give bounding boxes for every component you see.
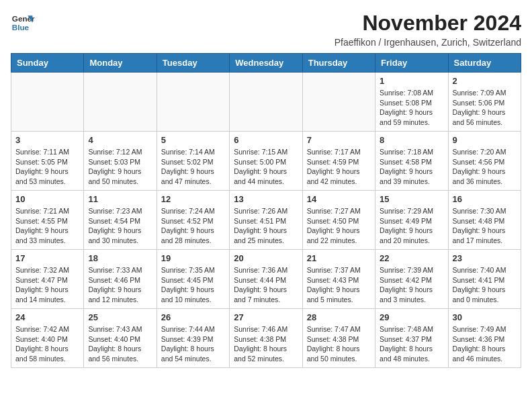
week-row-5: 24Sunrise: 7:42 AMSunset: 4:40 PMDayligh…: [11, 309, 521, 368]
day-info: Sunrise: 7:40 AMSunset: 4:41 PMDaylight:…: [453, 265, 517, 305]
weekday-header-thursday: Thursday: [302, 54, 375, 73]
calendar-cell: 24Sunrise: 7:42 AMSunset: 4:40 PMDayligh…: [11, 309, 84, 368]
day-info: Sunrise: 7:12 AMSunset: 5:03 PMDaylight:…: [88, 147, 152, 187]
calendar-cell: [157, 73, 229, 132]
calendar-cell: 27Sunrise: 7:46 AMSunset: 4:38 PMDayligh…: [230, 309, 302, 368]
calendar-cell: 14Sunrise: 7:27 AMSunset: 4:50 PMDayligh…: [302, 191, 375, 250]
day-number: 16: [453, 194, 517, 204]
day-number: 14: [307, 194, 371, 204]
day-number: 25: [88, 312, 152, 322]
calendar-cell: [302, 73, 375, 132]
day-info: Sunrise: 7:23 AMSunset: 4:54 PMDaylight:…: [88, 206, 152, 246]
weekday-header-wednesday: Wednesday: [230, 54, 302, 73]
day-info: Sunrise: 7:27 AMSunset: 4:50 PMDaylight:…: [307, 206, 371, 246]
day-info: Sunrise: 7:17 AMSunset: 4:59 PMDaylight:…: [307, 147, 371, 187]
day-info: Sunrise: 7:29 AMSunset: 4:49 PMDaylight:…: [380, 206, 443, 246]
weekday-header-saturday: Saturday: [448, 54, 521, 73]
calendar-cell: 19Sunrise: 7:35 AMSunset: 4:45 PMDayligh…: [157, 250, 229, 309]
day-info: Sunrise: 7:43 AMSunset: 4:40 PMDaylight:…: [88, 324, 152, 364]
logo: General Blue: [11, 11, 35, 35]
day-info: Sunrise: 7:36 AMSunset: 4:44 PMDaylight:…: [234, 265, 298, 305]
day-info: Sunrise: 7:08 AMSunset: 5:08 PMDaylight:…: [380, 88, 443, 128]
calendar-cell: 29Sunrise: 7:48 AMSunset: 4:37 PMDayligh…: [375, 309, 448, 368]
day-number: 8: [380, 135, 443, 145]
calendar-header-row: SundayMondayTuesdayWednesdayThursdayFrid…: [11, 54, 521, 73]
page-subtitle: Pfaeffikon / Irgenhausen, Zurich, Switze…: [335, 37, 521, 48]
calendar-cell: 2Sunrise: 7:09 AMSunset: 5:06 PMDaylight…: [448, 73, 521, 132]
day-info: Sunrise: 7:42 AMSunset: 4:40 PMDaylight:…: [15, 324, 79, 364]
day-info: Sunrise: 7:49 AMSunset: 4:36 PMDaylight:…: [453, 324, 517, 364]
day-number: 21: [307, 253, 371, 263]
day-number: 19: [161, 253, 225, 263]
day-number: 9: [453, 135, 517, 145]
day-number: 18: [88, 253, 152, 263]
day-info: Sunrise: 7:37 AMSunset: 4:43 PMDaylight:…: [307, 265, 371, 305]
calendar-cell: 1Sunrise: 7:08 AMSunset: 5:08 PMDaylight…: [375, 73, 448, 132]
calendar-cell: [84, 73, 157, 132]
calendar-cell: 4Sunrise: 7:12 AMSunset: 5:03 PMDaylight…: [84, 132, 157, 191]
day-info: Sunrise: 7:15 AMSunset: 5:00 PMDaylight:…: [234, 147, 298, 187]
day-info: Sunrise: 7:11 AMSunset: 5:05 PMDaylight:…: [15, 147, 79, 187]
weekday-header-monday: Monday: [84, 54, 157, 73]
calendar-cell: [230, 73, 302, 132]
calendar-cell: 30Sunrise: 7:49 AMSunset: 4:36 PMDayligh…: [448, 309, 521, 368]
day-number: 13: [234, 194, 298, 204]
day-number: 7: [307, 135, 371, 145]
weekday-header-friday: Friday: [375, 54, 448, 73]
calendar-cell: 6Sunrise: 7:15 AMSunset: 5:00 PMDaylight…: [230, 132, 302, 191]
day-number: 23: [453, 253, 517, 263]
day-number: 15: [380, 194, 443, 204]
calendar-cell: 5Sunrise: 7:14 AMSunset: 5:02 PMDaylight…: [157, 132, 229, 191]
day-info: Sunrise: 7:47 AMSunset: 4:38 PMDaylight:…: [307, 324, 371, 364]
calendar-cell: 26Sunrise: 7:44 AMSunset: 4:39 PMDayligh…: [157, 309, 229, 368]
calendar-cell: 18Sunrise: 7:33 AMSunset: 4:46 PMDayligh…: [84, 250, 157, 309]
calendar-cell: 28Sunrise: 7:47 AMSunset: 4:38 PMDayligh…: [302, 309, 375, 368]
day-number: 30: [453, 312, 517, 322]
week-row-2: 3Sunrise: 7:11 AMSunset: 5:05 PMDaylight…: [11, 132, 521, 191]
day-info: Sunrise: 7:30 AMSunset: 4:48 PMDaylight:…: [453, 206, 517, 246]
day-number: 24: [15, 312, 79, 322]
weekday-header-tuesday: Tuesday: [157, 54, 229, 73]
week-row-1: 1Sunrise: 7:08 AMSunset: 5:08 PMDaylight…: [11, 73, 521, 132]
calendar-cell: 16Sunrise: 7:30 AMSunset: 4:48 PMDayligh…: [448, 191, 521, 250]
day-info: Sunrise: 7:48 AMSunset: 4:37 PMDaylight:…: [380, 324, 443, 364]
svg-text:Blue: Blue: [12, 23, 30, 32]
day-info: Sunrise: 7:32 AMSunset: 4:47 PMDaylight:…: [15, 265, 79, 305]
day-info: Sunrise: 7:33 AMSunset: 4:46 PMDaylight:…: [88, 265, 152, 305]
calendar-cell: 3Sunrise: 7:11 AMSunset: 5:05 PMDaylight…: [11, 132, 84, 191]
day-info: Sunrise: 7:44 AMSunset: 4:39 PMDaylight:…: [161, 324, 225, 364]
page-header: General Blue November 2024 Pfaeffikon / …: [11, 11, 521, 48]
calendar-cell: 10Sunrise: 7:21 AMSunset: 4:55 PMDayligh…: [11, 191, 84, 250]
calendar-cell: 17Sunrise: 7:32 AMSunset: 4:47 PMDayligh…: [11, 250, 84, 309]
calendar-cell: 11Sunrise: 7:23 AMSunset: 4:54 PMDayligh…: [84, 191, 157, 250]
calendar-cell: 22Sunrise: 7:39 AMSunset: 4:42 PMDayligh…: [375, 250, 448, 309]
logo-icon: General Blue: [11, 11, 35, 35]
day-info: Sunrise: 7:21 AMSunset: 4:55 PMDaylight:…: [15, 206, 79, 246]
day-number: 3: [15, 135, 79, 145]
day-info: Sunrise: 7:24 AMSunset: 4:52 PMDaylight:…: [161, 206, 225, 246]
calendar-cell: 25Sunrise: 7:43 AMSunset: 4:40 PMDayligh…: [84, 309, 157, 368]
day-info: Sunrise: 7:26 AMSunset: 4:51 PMDaylight:…: [234, 206, 298, 246]
day-number: 22: [380, 253, 443, 263]
week-row-4: 17Sunrise: 7:32 AMSunset: 4:47 PMDayligh…: [11, 250, 521, 309]
calendar-cell: 20Sunrise: 7:36 AMSunset: 4:44 PMDayligh…: [230, 250, 302, 309]
calendar-cell: 21Sunrise: 7:37 AMSunset: 4:43 PMDayligh…: [302, 250, 375, 309]
title-block: November 2024 Pfaeffikon / Irgenhausen, …: [335, 11, 521, 48]
day-number: 6: [234, 135, 298, 145]
day-number: 28: [307, 312, 371, 322]
day-number: 10: [15, 194, 79, 204]
day-info: Sunrise: 7:39 AMSunset: 4:42 PMDaylight:…: [380, 265, 443, 305]
day-info: Sunrise: 7:09 AMSunset: 5:06 PMDaylight:…: [453, 88, 517, 128]
day-number: 4: [88, 135, 152, 145]
page-title: November 2024: [335, 11, 521, 36]
day-info: Sunrise: 7:20 AMSunset: 4:56 PMDaylight:…: [453, 147, 517, 187]
calendar-table: SundayMondayTuesdayWednesdayThursdayFrid…: [11, 53, 521, 368]
calendar-cell: 7Sunrise: 7:17 AMSunset: 4:59 PMDaylight…: [302, 132, 375, 191]
day-info: Sunrise: 7:18 AMSunset: 4:58 PMDaylight:…: [380, 147, 443, 187]
calendar-cell: 12Sunrise: 7:24 AMSunset: 4:52 PMDayligh…: [157, 191, 229, 250]
day-number: 26: [161, 312, 225, 322]
day-number: 12: [161, 194, 225, 204]
calendar-cell: 9Sunrise: 7:20 AMSunset: 4:56 PMDaylight…: [448, 132, 521, 191]
day-info: Sunrise: 7:46 AMSunset: 4:38 PMDaylight:…: [234, 324, 298, 364]
calendar-cell: 8Sunrise: 7:18 AMSunset: 4:58 PMDaylight…: [375, 132, 448, 191]
